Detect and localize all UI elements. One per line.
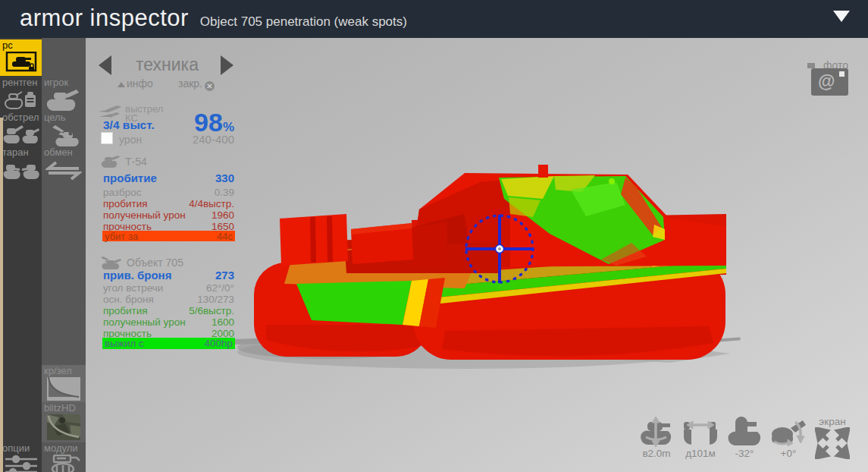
tool-fullscreen[interactable]: экран <box>813 416 851 459</box>
sidebar-item-xray[interactable]: рентген <box>0 77 42 112</box>
target-name: Объект 705 <box>127 256 183 269</box>
sidebar-left: рс рентген <box>0 38 42 472</box>
at-icon: @ <box>818 71 835 92</box>
two-tanks-shooting-icon <box>2 124 39 145</box>
sliders-icon <box>2 455 39 472</box>
photo-square-icon <box>807 63 815 68</box>
swap-arrows-icon <box>44 159 83 183</box>
shot-hits: 3/4 выст. <box>103 118 155 132</box>
blitzhd-texture-icon <box>44 414 83 440</box>
stat-row: пробития4/4выстр. <box>103 198 234 209</box>
left-edge-strip <box>0 118 3 472</box>
two-tanks-ramming-icon <box>2 159 39 181</box>
stat-row: осн. броня130/273 <box>103 294 234 305</box>
stat-row: разброс0.39 <box>103 187 234 198</box>
turret-rotate-icon <box>769 416 807 448</box>
sidebar-item-options[interactable]: опции <box>0 442 42 472</box>
viewport-toolbar: в2.0m <box>638 416 851 459</box>
survive-hp-bar: выжил с400hp <box>102 338 235 349</box>
sidebar-item-rc[interactable]: рс <box>0 39 42 76</box>
sidebar-item-shelling[interactable]: обстрел <box>0 112 42 146</box>
target-tank-icon <box>101 256 122 269</box>
sidebar-item-target[interactable]: цель <box>42 112 86 146</box>
app-title: armor inspector <box>20 5 189 32</box>
damage-label: урон <box>119 134 142 146</box>
engine-module-icon <box>44 455 83 472</box>
sidebar-item-swap[interactable]: обмен <box>42 146 86 184</box>
tank-frame-lock-icon <box>2 52 39 74</box>
camera-photo-button[interactable]: @ <box>811 68 848 96</box>
sidebar-item-red-green[interactable]: кр/зел <box>42 365 86 402</box>
attacker-header: Т-54 <box>101 156 147 168</box>
tool-turret-yaw[interactable]: +0° <box>769 416 807 459</box>
vehicle-nav-title[interactable]: техника <box>116 55 218 75</box>
menu-dropdown-icon[interactable] <box>833 11 850 22</box>
sidebar-right: игрок цель <box>42 38 86 472</box>
fullscreen-arrows-icon <box>815 427 850 459</box>
prev-vehicle-button[interactable] <box>99 55 111 75</box>
tool-distance[interactable]: д101м <box>682 416 719 459</box>
page-title: Object 705 penetration (weak spots) <box>200 14 407 30</box>
damage-range: 240-400 <box>161 133 234 146</box>
attacker-tank-icon <box>101 156 121 168</box>
close-icon: ✕ <box>205 81 215 91</box>
camera-flash-dot <box>839 71 844 77</box>
tank-silhouette-icon <box>726 416 763 448</box>
stat-row: полученный урон1600 <box>103 316 234 328</box>
player-tank-icon <box>44 89 83 112</box>
attacker-name: Т-54 <box>125 156 147 168</box>
sidebar-item-player[interactable]: игрок <box>42 77 86 112</box>
xray-tank-icon <box>2 89 39 110</box>
viewport[interactable]: техника инфо закр.✕ выстрел КС 3/4 выст.… <box>86 38 868 472</box>
stat-row: пробития5/6выстр. <box>103 305 234 316</box>
tank-render <box>86 38 868 472</box>
target-header: Объект 705 <box>101 256 183 269</box>
stat-row: угол встречи62°/0° <box>103 282 234 294</box>
tool-gun-pitch[interactable]: -32° <box>725 416 763 459</box>
curve-icon <box>44 377 83 401</box>
aim-crosshair[interactable] <box>465 215 534 283</box>
shell-icon <box>98 105 122 120</box>
kill-time-bar: убит за44с <box>102 231 235 241</box>
sidebar-item-ram[interactable]: таран <box>0 146 42 184</box>
stat-row: пробитие330 <box>103 171 234 184</box>
stat-row: полученный урон1960 <box>103 209 234 221</box>
tool-view-height[interactable]: в2.0m <box>638 416 675 459</box>
tank-elevation-icon <box>638 416 675 448</box>
sidebar-item-blitzhd[interactable]: blitzHD <box>42 402 86 442</box>
damage-checkbox[interactable] <box>101 132 113 144</box>
stat-row: прив. броня273 <box>103 269 234 282</box>
close-panel-button[interactable]: закр.✕ <box>178 77 215 91</box>
target-tank-icon <box>44 124 83 146</box>
info-toggle[interactable]: инфо <box>118 77 153 90</box>
header: armor inspector Object 705 penetration (… <box>0 0 868 38</box>
collapse-icon <box>118 82 125 87</box>
next-vehicle-button[interactable] <box>221 55 233 75</box>
sidebar-item-modules[interactable]: модули <box>42 442 86 472</box>
armor-inspector-app: armor inspector Object 705 penetration (… <box>0 0 868 472</box>
distance-arrow-icon <box>682 416 719 448</box>
